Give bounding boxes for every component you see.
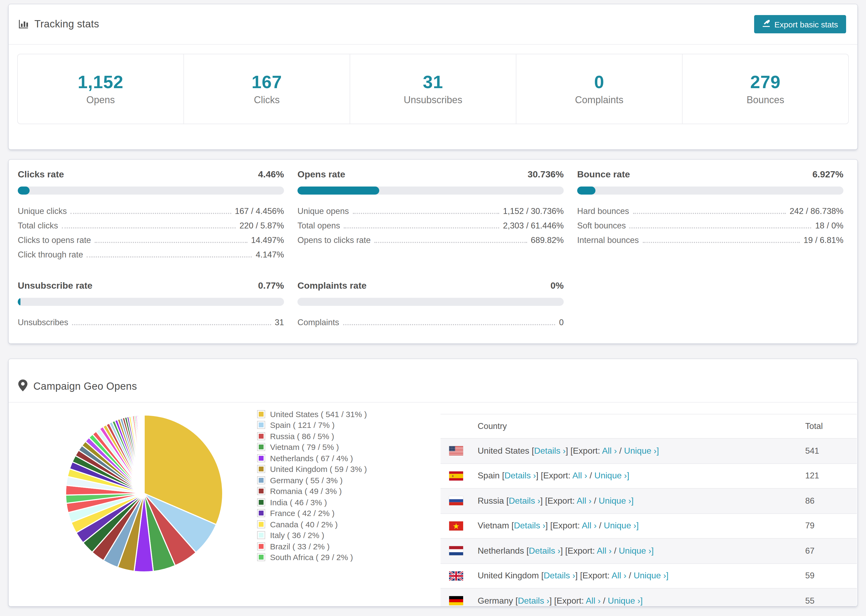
export-prefix: [Export: xyxy=(550,521,582,530)
legend-swatch xyxy=(257,531,265,539)
rate-row-label: Clicks to opens rate xyxy=(18,236,91,245)
flag-cell xyxy=(441,596,478,605)
rate-row-label: Internal bounces xyxy=(577,236,639,245)
legend-item-romania: Romania ( 49 / 3% ) xyxy=(257,486,367,497)
rate-detail-row: Unsubscribes31 xyxy=(18,318,284,332)
details-link[interactable]: Details › xyxy=(518,596,549,605)
rate-value: 6.927% xyxy=(812,169,843,180)
dotted-leader xyxy=(353,213,499,214)
tracking-stats-card: Tracking stats Export basic stats 1,152O… xyxy=(9,4,857,149)
export-basic-stats-button[interactable]: Export basic stats xyxy=(754,15,846,33)
legend-label: Germany ( 55 / 3% ) xyxy=(270,476,343,485)
country-flag-vn xyxy=(449,522,463,531)
export-all-link[interactable]: All › xyxy=(582,521,597,530)
total-cell: 121 xyxy=(805,471,857,481)
rate-detail-row: Clicks to opens rate14.497% xyxy=(18,236,284,250)
rate-progress-fill xyxy=(577,187,596,195)
geo-table-row-vietnam: Vietnam [Details ›] [Export: All › / Uni… xyxy=(441,514,857,539)
export-unique-link[interactable]: Unique ›] xyxy=(599,496,634,505)
export-prefix: [Export: xyxy=(565,546,597,555)
rate-row-label: Complaints xyxy=(298,318,339,327)
rate-value: 0.77% xyxy=(258,281,284,291)
export-unique-link[interactable]: Unique ›] xyxy=(594,471,629,480)
rate-row-value: 220 / 5.87% xyxy=(239,221,284,231)
rate-detail-row: Click through rate4.147% xyxy=(18,250,284,264)
summary-stat-clicks: 167Clicks xyxy=(183,54,350,124)
slash: / xyxy=(587,471,594,480)
rate-row-label: Total opens xyxy=(298,221,340,231)
legend-label: Spain ( 121 / 7% ) xyxy=(270,421,335,430)
country-cell: Russia [Details ›] [Export: All › / Uniq… xyxy=(478,496,805,506)
export-all-link[interactable]: All › xyxy=(597,546,612,555)
legend-item-netherlands: Netherlands ( 67 / 4% ) xyxy=(257,453,367,464)
export-prefix: [Export: xyxy=(580,571,612,580)
details-link[interactable]: Details › xyxy=(529,546,560,555)
bracket: [ xyxy=(506,496,509,505)
export-all-link[interactable]: All › xyxy=(602,446,617,455)
summary-label: Unsubscribes xyxy=(404,94,462,106)
geo-table-row-united-states: United States [Details ›] [Export: All ›… xyxy=(441,438,857,464)
total-cell: 55 xyxy=(805,596,857,606)
dotted-leader xyxy=(71,213,231,214)
export-all-link[interactable]: All › xyxy=(572,471,587,480)
legend-item-germany: Germany ( 55 / 3% ) xyxy=(257,475,367,486)
legend-item-india: India ( 46 / 3% ) xyxy=(257,497,367,508)
rate-title: Bounce rate xyxy=(577,169,630,180)
details-link[interactable]: Details › xyxy=(514,521,545,530)
export-unique-link[interactable]: Unique ›] xyxy=(604,521,639,530)
rate-row-value: 31 xyxy=(275,318,284,327)
rate-row-value: 19 / 6.81% xyxy=(804,236,843,245)
details-link[interactable]: Details › xyxy=(509,496,540,505)
export-unique-link[interactable]: Unique ›] xyxy=(608,596,643,605)
export-prefix: [Export: xyxy=(545,496,576,505)
country-name: Germany xyxy=(478,596,516,605)
country-cell: Germany [Details ›] [Export: All › / Uni… xyxy=(478,596,805,606)
rate-row-label: Total clicks xyxy=(18,221,58,231)
legend-label: South Africa ( 29 / 2% ) xyxy=(270,553,353,562)
country-cell: Netherlands [Details ›] [Export: All › /… xyxy=(478,546,805,556)
summary-stat-bounces: 279Bounces xyxy=(682,54,848,124)
summary-stats: 1,152Opens167Clicks31Unsubscribes0Compla… xyxy=(17,54,849,124)
rate-detail-row: Complaints0 xyxy=(298,318,564,332)
rate-row-value: 0 xyxy=(559,318,564,327)
details-link[interactable]: Details › xyxy=(505,471,536,480)
rate-progress-bar xyxy=(298,298,564,306)
rate-block-unsubscribe-rate: Unsubscribe rate0.77%Unsubscribes31 xyxy=(18,281,284,332)
summary-stat-opens: 1,152Opens xyxy=(18,54,183,124)
bracket: ] xyxy=(561,546,563,555)
export-all-link[interactable]: All › xyxy=(612,571,627,580)
dotted-leader xyxy=(343,324,555,325)
country-cell: United Kingdom [Details ›] [Export: All … xyxy=(478,571,805,581)
rate-block-clicks-rate: Clicks rate4.46%Unique clicks167 / 4.456… xyxy=(18,169,284,264)
legend-label: India ( 46 / 3% ) xyxy=(270,498,327,507)
flag-cell xyxy=(441,571,478,580)
page-title: Tracking stats xyxy=(35,18,99,30)
rate-progress-bar xyxy=(577,187,843,195)
export-unique-link[interactable]: Unique ›] xyxy=(634,571,669,580)
dotted-leader xyxy=(62,227,236,228)
country-column-header: Country xyxy=(478,421,805,431)
map-pin-icon xyxy=(18,379,27,393)
export-all-link[interactable]: All › xyxy=(576,496,591,505)
rate-row-value: 689.82% xyxy=(531,236,564,245)
geo-table-row-germany: Germany [Details ›] [Export: All › / Uni… xyxy=(441,589,857,606)
rate-progress-bar xyxy=(18,187,284,195)
legend-label: Romania ( 49 / 3% ) xyxy=(270,487,342,496)
country-name: United States xyxy=(478,446,532,455)
export-unique-link[interactable]: Unique ›] xyxy=(624,446,659,455)
rate-block-bounce-rate: Bounce rate6.927%Hard bounces242 / 86.73… xyxy=(577,169,843,264)
geo-table-row-spain: Spain [Details ›] [Export: All › / Uniqu… xyxy=(441,464,857,489)
rate-detail-row: Unique opens1,152 / 30.736% xyxy=(298,206,564,221)
details-link[interactable]: Details › xyxy=(544,571,575,580)
slash: / xyxy=(591,496,599,505)
rate-title: Clicks rate xyxy=(18,169,64,180)
legend-label: Italy ( 36 / 2% ) xyxy=(270,531,324,540)
export-all-link[interactable]: All › xyxy=(586,596,601,605)
geo-table-header-row: Country Total xyxy=(441,414,857,438)
details-link[interactable]: Details › xyxy=(534,446,565,455)
rate-row-label: Click through rate xyxy=(18,250,83,259)
bracket: ] xyxy=(565,446,568,455)
geo-table-row-united-kingdom: United Kingdom [Details ›] [Export: All … xyxy=(441,564,857,589)
export-unique-link[interactable]: Unique ›] xyxy=(619,546,654,555)
rate-value: 0% xyxy=(551,281,564,291)
